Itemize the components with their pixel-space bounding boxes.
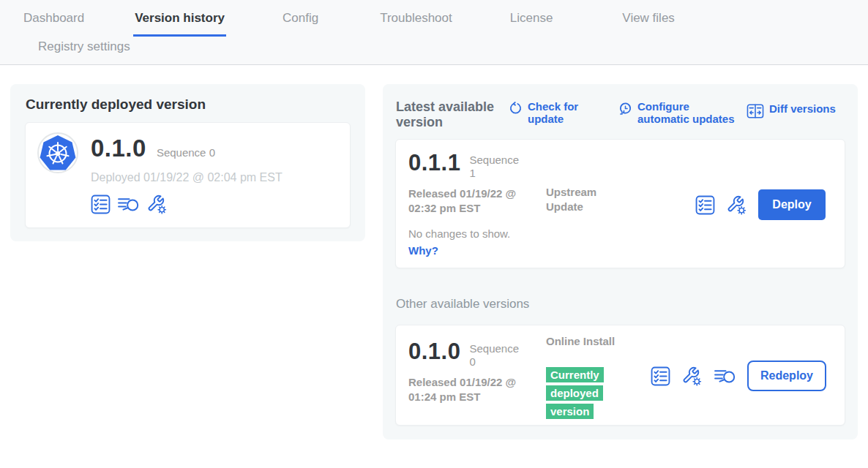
other-version-number: 0.1.0 [408, 339, 460, 369]
kubernetes-logo [37, 132, 78, 173]
preflight-checklist-icon[interactable] [651, 366, 670, 386]
tab-dashboard[interactable]: Dashboard [22, 11, 86, 34]
edit-config-wrench-icon[interactable] [726, 195, 747, 216]
deploy-logs-icon[interactable] [714, 366, 736, 386]
diff-versions-label: Diff versions [769, 102, 836, 119]
other-released-timestamp: Released 01/19/22 @ 01:24 pm EST [408, 375, 544, 404]
refresh-icon [509, 101, 523, 115]
diff-icon [747, 103, 764, 119]
currently-deployed-badge: Currently deployed version [546, 366, 613, 420]
preflight-checklist-icon[interactable] [695, 195, 715, 215]
configure-automatic-updates-label: Configure automatic updates [637, 100, 739, 126]
tab-license[interactable]: License [509, 11, 555, 34]
diff-versions-link[interactable]: Diff versions [747, 102, 836, 119]
other-version-card: 0.1.0 Sequence 0 Released 01/19/22 @ 01:… [395, 325, 845, 426]
currently-deployed-badge-text: Currently deployed version [546, 367, 604, 419]
latest-released-timestamp: Released 01/19/22 @ 02:32 pm EST [408, 186, 544, 215]
deployed-panel-title: Currently deployed version [26, 97, 206, 113]
tab-troubleshoot[interactable]: Troubleshoot [378, 11, 454, 34]
preflight-checklist-icon[interactable] [91, 195, 111, 214]
configure-automatic-updates-link[interactable]: Configure automatic updates [618, 100, 739, 126]
latest-available-panel: Latest available version Check for updat… [383, 84, 858, 439]
tab-config[interactable]: Config [281, 11, 320, 34]
auto-update-clock-icon [618, 101, 632, 115]
deploy-button[interactable]: Deploy [758, 189, 826, 220]
top-nav: Dashboard Version history Config Trouble… [0, 0, 868, 65]
latest-sequence-label: Sequence 1 [469, 150, 522, 180]
other-source-label: Online Install [546, 334, 619, 349]
version-history-page: Currently deployed version [0, 65, 868, 461]
tab-view-files[interactable]: View files [621, 11, 676, 34]
check-for-update-label: Check for update [528, 100, 585, 126]
why-link[interactable]: Why? [408, 244, 438, 257]
deployed-timestamp: Deployed 01/19/22 @ 02:04 pm EST [91, 171, 283, 184]
tab-version-history[interactable]: Version history [133, 11, 226, 37]
tab-registry-settings[interactable]: Registry settings [37, 39, 132, 62]
deployed-sequence-label: Sequence 0 [157, 146, 215, 159]
nav-row-2: Registry settings [0, 37, 868, 64]
latest-version-number: 0.1.1 [408, 150, 460, 180]
deployed-version-number: 0.1.0 [91, 135, 146, 162]
edit-config-wrench-icon[interactable] [146, 194, 168, 215]
other-sequence-label: Sequence 0 [469, 339, 522, 369]
currently-deployed-panel: Currently deployed version [10, 84, 365, 241]
edit-config-wrench-icon[interactable] [681, 366, 703, 387]
no-changes-note: No changes to show. [408, 227, 510, 240]
latest-source-label: Upstream Update [546, 185, 619, 214]
redeploy-button[interactable]: Redeploy [747, 361, 826, 391]
latest-panel-title: Latest available version [396, 99, 513, 129]
nav-row-1: Dashboard Version history Config Trouble… [0, 0, 868, 37]
check-for-update-link[interactable]: Check for update [509, 100, 585, 126]
other-versions-title: Other available versions [396, 297, 529, 312]
deployed-version-card: 0.1.0 Sequence 0 Deployed 01/19/22 @ 02:… [25, 122, 351, 228]
latest-version-card: 0.1.1 Sequence 1 Released 01/19/22 @ 02:… [395, 139, 845, 268]
deploy-logs-icon[interactable] [117, 195, 140, 214]
